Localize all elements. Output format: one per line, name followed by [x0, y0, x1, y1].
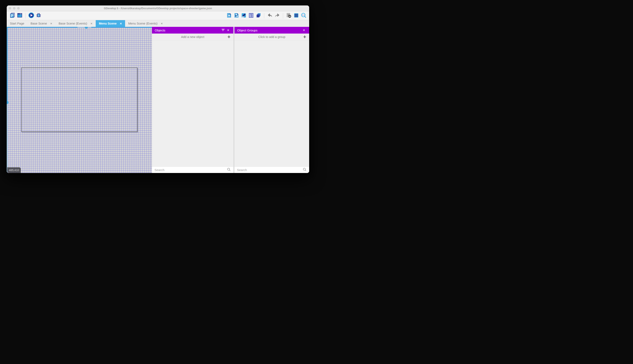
- close-icon: ✕: [303, 28, 305, 32]
- toolbar-right-group: 1:1: [226, 12, 307, 19]
- object-groups-close-button[interactable]: ✕: [301, 28, 306, 33]
- grid-icon: [294, 13, 299, 19]
- object-groups-search-input[interactable]: [237, 168, 303, 172]
- vertical-scrollbar[interactable]: [7, 27, 8, 102]
- instances-list-icon: [248, 13, 254, 19]
- tab-label: Menu Scene (Events): [128, 22, 157, 25]
- horizontal-scrollbar-thumb[interactable]: [85, 27, 88, 29]
- scene-window-mask-rect: [21, 68, 137, 132]
- tab-label: Base Scene: [31, 22, 47, 25]
- tab-label: Menu Scene: [99, 22, 117, 25]
- objects-panel: Objects ✕ Add a new object +: [152, 27, 233, 173]
- tab-label: Base Scene (Events): [59, 22, 87, 25]
- tab-menu-scene-events[interactable]: Menu Scene (Events) ✕: [125, 20, 166, 27]
- tab-close-icon[interactable]: ✕: [161, 22, 163, 25]
- redo-arrow-icon: [274, 12, 280, 19]
- objects-filter-button[interactable]: [221, 28, 226, 33]
- object-groups-panel-header: Object Groups ✕: [234, 27, 309, 34]
- properties-panel-button[interactable]: [240, 12, 247, 19]
- objects-search-bar: [152, 166, 233, 173]
- window-mask-button[interactable]: [286, 12, 292, 19]
- add-object-row[interactable]: Add a new object +: [152, 34, 233, 40]
- content-area: 485;410 Objects ✕: [7, 27, 309, 173]
- tab-label: Start Page: [10, 22, 24, 25]
- debug-button[interactable]: [36, 12, 42, 19]
- tab-base-scene[interactable]: Base Scene ✕: [28, 20, 56, 27]
- objects-document-icon: [226, 13, 232, 19]
- start-page-button[interactable]: [17, 12, 23, 19]
- objects-search-input[interactable]: [154, 168, 227, 172]
- object-groups-panel-button[interactable]: [233, 12, 239, 19]
- plus-icon: +: [227, 34, 230, 40]
- filter-icon: [221, 28, 225, 32]
- scene-canvas[interactable]: 485;410: [7, 27, 152, 173]
- objects-panel-button[interactable]: [226, 12, 232, 19]
- window-mask-icon: [286, 12, 291, 19]
- close-icon: ✕: [227, 28, 229, 32]
- instances-list-panel-button[interactable]: [248, 12, 254, 19]
- title-bar: GDevelop 5 - /Users/dkarakay/Documents/G…: [7, 6, 309, 11]
- objects-panel-title: Objects: [155, 28, 221, 32]
- svg-text:1:1: 1:1: [302, 14, 304, 16]
- editor-tab-bar: Start Page Base Scene ✕ Base Scene (Even…: [7, 20, 309, 27]
- layers-icon: [256, 13, 261, 19]
- zoom-1-1-icon: 1:1: [301, 12, 306, 19]
- vertical-scrollbar-track: [7, 102, 8, 173]
- object-groups-document-icon: [234, 13, 239, 19]
- window-title: GDevelop 5 - /Users/dkarakay/Documents/G…: [7, 6, 309, 11]
- add-group-row[interactable]: Click to add a group +: [234, 34, 309, 40]
- search-icon: [303, 168, 307, 172]
- objects-panel-header: Objects ✕: [152, 27, 233, 34]
- tab-start-page[interactable]: Start Page: [7, 20, 28, 27]
- undo-arrow-icon: [267, 12, 273, 19]
- add-group-label: Click to add a group: [234, 35, 309, 38]
- tab-base-scene-events[interactable]: Base Scene (Events) ✕: [55, 20, 96, 27]
- object-groups-panel: Object Groups ✕ Click to add a group +: [234, 27, 309, 173]
- toolbar-separator: [264, 13, 264, 18]
- toolbar-separator: [283, 13, 283, 18]
- bug-icon: [36, 12, 41, 19]
- gdevelop-window: GDevelop 5 - /Users/dkarakay/Documents/G…: [7, 6, 309, 173]
- objects-close-button[interactable]: ✕: [226, 28, 231, 33]
- layers-panel-button[interactable]: [255, 12, 261, 19]
- app-window-icon: [17, 12, 23, 19]
- search-icon: [227, 168, 231, 172]
- preview-button[interactable]: [28, 12, 35, 19]
- object-groups-list-empty: [234, 40, 309, 166]
- play-icon: [28, 12, 35, 19]
- horizontal-scrollbar-highlight: [78, 27, 91, 28]
- toolbar-left-group: [9, 12, 42, 19]
- tab-close-icon[interactable]: ✕: [90, 22, 92, 25]
- properties-pencil-icon: [241, 13, 246, 19]
- undo-button[interactable]: [267, 12, 273, 19]
- zoom-original-button[interactable]: 1:1: [300, 12, 307, 19]
- tab-close-icon[interactable]: ✕: [120, 22, 122, 25]
- redo-button[interactable]: [274, 12, 280, 19]
- main-toolbar: 1:1: [7, 11, 309, 20]
- project-manager-button[interactable]: [9, 12, 16, 19]
- object-groups-panel-title: Object Groups: [237, 28, 301, 32]
- plus-icon: +: [303, 34, 306, 40]
- tab-close-icon[interactable]: ✕: [50, 22, 52, 25]
- object-groups-search-bar: [234, 166, 309, 173]
- tab-menu-scene[interactable]: Menu Scene ✕: [96, 20, 125, 27]
- vertical-scrollbar-thumb[interactable]: [7, 101, 9, 104]
- objects-list-empty: [152, 40, 233, 166]
- stacked-pages-icon: [10, 12, 15, 19]
- add-object-label: Add a new object: [152, 35, 233, 38]
- cursor-coordinates-badge: 485;410: [7, 167, 21, 173]
- grid-button[interactable]: [293, 12, 299, 19]
